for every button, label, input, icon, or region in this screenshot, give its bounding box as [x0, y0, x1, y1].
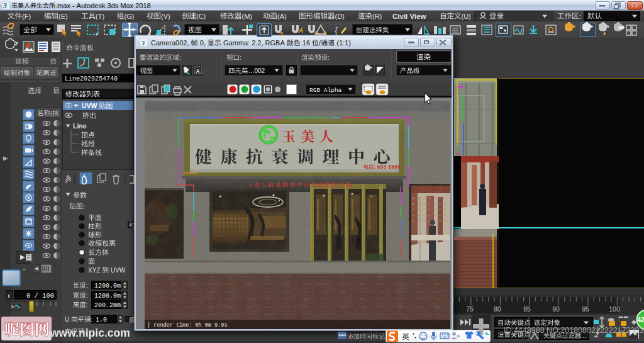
svg-text:(R): (R)	[372, 13, 382, 20]
svg-text:1200.0m: 1200.0m	[94, 283, 121, 290]
svg-text:‹: ‹	[8, 291, 10, 300]
svg-text:’,: ’,	[413, 332, 416, 339]
svg-text:80: 80	[494, 305, 501, 313]
svg-text::: :	[86, 281, 88, 289]
svg-text:1.0: 1.0	[96, 317, 107, 323]
svg-text:…002: …002	[248, 67, 265, 74]
svg-text:3: 3	[3, 1, 7, 10]
svg-text:UVW: UVW	[109, 267, 126, 274]
svg-text:ID:4448988 NO:2018080212222172: ID:4448988 NO:20180802122221723037	[504, 326, 644, 335]
svg-text:Line2029254740: Line2029254740	[65, 76, 118, 82]
svg-text:16: 16	[301, 39, 312, 47]
svg-text::: :	[86, 291, 88, 299]
svg-text::: :	[179, 53, 181, 61]
svg-text:A: A	[196, 68, 200, 74]
svg-text::: :	[86, 301, 88, 308]
svg-text:3: 3	[141, 39, 145, 47]
svg-text:200.2mm: 200.2mm	[94, 302, 121, 309]
svg-text:(T): (T)	[96, 13, 104, 20]
svg-text:Gamma: 2.2, RGBA: Gamma: 2.2, RGBA	[221, 39, 287, 47]
svg-text:(D): (D)	[335, 13, 345, 20]
svg-text:(: (	[50, 110, 53, 117]
svg-text:100: 100	[609, 305, 620, 313]
svg-text:/: /	[319, 39, 321, 47]
svg-text:XYZ: XYZ	[88, 267, 102, 274]
svg-text:3: 3	[280, 31, 283, 37]
svg-text:1200.0m: 1200.0m	[94, 293, 121, 300]
svg-text:(1:1): (1:1)	[335, 39, 351, 47]
svg-text:.max - Autodesk 3ds Max 2018: .max - Autodesk 3ds Max 2018	[55, 2, 151, 9]
svg-text::: :	[83, 203, 85, 210]
svg-text:»: »	[23, 266, 26, 273]
svg-text:0,: 0,	[198, 39, 208, 47]
svg-text:(F): (F)	[22, 13, 31, 20]
svg-text::: :	[579, 13, 581, 20]
svg-text:U: U	[65, 316, 71, 323]
svg-text:75: 75	[466, 305, 474, 313]
svg-text:90: 90	[552, 305, 560, 313]
svg-text:(M): (M)	[242, 13, 253, 20]
svg-text:| render time: 0h 0m 9.9s: | render time: 0h 0m 9.9s	[147, 322, 228, 329]
svg-text:(C): (C)	[196, 13, 206, 20]
svg-text:RGB Alpha: RGB Alpha	[309, 87, 342, 94]
svg-text:Civil View: Civil View	[392, 13, 426, 20]
svg-text::: :	[91, 316, 93, 323]
svg-text:{: {	[335, 25, 338, 36]
svg-text:42: 42	[637, 316, 644, 323]
svg-text:(U): (U)	[462, 13, 471, 20]
svg-text:0 / 100: 0 / 100	[26, 292, 54, 300]
svg-text:85: 85	[523, 305, 531, 313]
svg-text:(G): (G)	[125, 13, 135, 20]
svg-text:2: 2	[323, 30, 326, 37]
svg-text::: :	[240, 53, 242, 61]
svg-text:(V): (V)	[161, 13, 170, 20]
svg-text:95: 95	[582, 305, 589, 313]
svg-text:www.nipic.com: www.nipic.com	[50, 327, 130, 339]
svg-text:(A): (A)	[277, 13, 287, 20]
svg-text::: :	[328, 53, 330, 61]
svg-text:UVW: UVW	[82, 102, 99, 110]
svg-text:Camera002,: Camera002,	[151, 39, 191, 47]
svg-text:Line: Line	[73, 122, 87, 130]
svg-text:(E): (E)	[58, 13, 68, 20]
